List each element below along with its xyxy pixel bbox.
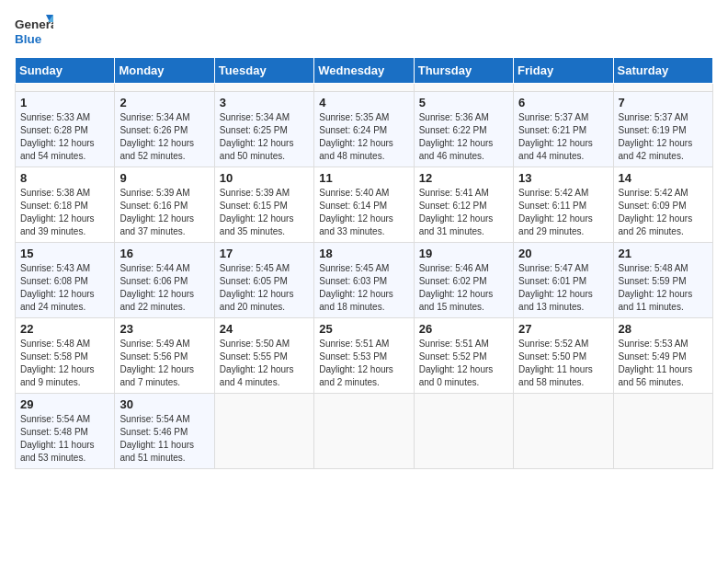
day-number: 22 [20,322,109,336]
day-header-wednesday: Wednesday [314,58,414,84]
cell-info: Sunrise: 5:45 AMSunset: 6:03 PMDaylight:… [319,263,393,312]
calendar-cell: 22 Sunrise: 5:48 AMSunset: 5:58 PMDaylig… [16,318,115,394]
calendar-cell: 17 Sunrise: 5:45 AMSunset: 6:05 PMDaylig… [214,243,313,318]
calendar-cell: 11 Sunrise: 5:40 AMSunset: 6:14 PMDaylig… [314,167,414,243]
day-number: 1 [20,96,109,109]
calendar-cell: 25 Sunrise: 5:51 AMSunset: 5:53 PMDaylig… [314,318,414,394]
cell-info: Sunrise: 5:34 AMSunset: 6:25 PMDaylight:… [220,112,294,161]
calendar-cell: 4 Sunrise: 5:35 AMSunset: 6:24 PMDayligh… [314,92,414,167]
day-number: 8 [20,171,109,185]
logo-svg: General Blue [15,15,53,50]
day-number: 15 [20,247,109,260]
calendar-table: SundayMondayTuesdayWednesdayThursdayFrid… [15,57,713,469]
calendar-cell [314,84,414,92]
day-header-friday: Friday [514,58,613,84]
cell-info: Sunrise: 5:46 AMSunset: 6:02 PMDaylight:… [419,263,494,312]
calendar-week-3: 8 Sunrise: 5:38 AMSunset: 6:18 PMDayligh… [16,167,713,243]
day-number: 14 [619,171,708,185]
calendar-cell: 27 Sunrise: 5:52 AMSunset: 5:50 PMDaylig… [514,318,613,394]
calendar-cell [214,394,313,469]
calendar-cell [514,394,613,469]
calendar-cell: 15 Sunrise: 5:43 AMSunset: 6:08 PMDaylig… [16,243,115,318]
calendar-cell [16,84,115,92]
day-header-sunday: Sunday [16,58,115,84]
calendar-cell [314,394,414,469]
cell-info: Sunrise: 5:47 AMSunset: 6:01 PMDaylight:… [518,263,593,312]
day-number: 30 [119,397,209,411]
logo: General Blue [15,15,53,50]
cell-info: Sunrise: 5:37 AMSunset: 6:19 PMDaylight:… [619,112,693,161]
day-number: 25 [319,322,408,336]
day-header-saturday: Saturday [613,58,712,84]
calendar-cell: 5 Sunrise: 5:36 AMSunset: 6:22 PMDayligh… [414,92,513,167]
calendar-header-row: SundayMondayTuesdayWednesdayThursdayFrid… [16,58,713,84]
calendar-cell: 29 Sunrise: 5:54 AMSunset: 5:48 PMDaylig… [16,394,115,469]
day-number: 10 [220,171,309,185]
cell-info: Sunrise: 5:52 AMSunset: 5:50 PMDaylight:… [518,339,593,387]
cell-info: Sunrise: 5:37 AMSunset: 6:21 PMDaylight:… [518,112,593,161]
day-header-monday: Monday [115,58,214,84]
calendar-cell: 7 Sunrise: 5:37 AMSunset: 6:19 PMDayligh… [613,92,712,167]
calendar-cell: 8 Sunrise: 5:38 AMSunset: 6:18 PMDayligh… [16,167,115,243]
cell-info: Sunrise: 5:33 AMSunset: 6:28 PMDaylight:… [20,112,95,161]
calendar-cell: 9 Sunrise: 5:39 AMSunset: 6:16 PMDayligh… [115,167,214,243]
cell-info: Sunrise: 5:49 AMSunset: 5:56 PMDaylight:… [119,339,194,387]
calendar-cell [514,84,613,92]
calendar-cell: 21 Sunrise: 5:48 AMSunset: 5:59 PMDaylig… [613,243,712,318]
day-number: 6 [518,96,608,109]
calendar-cell: 18 Sunrise: 5:45 AMSunset: 6:03 PMDaylig… [314,243,414,318]
day-number: 17 [220,247,309,260]
day-number: 18 [319,247,408,260]
calendar-week-4: 15 Sunrise: 5:43 AMSunset: 6:08 PMDaylig… [16,243,713,318]
calendar-cell: 30 Sunrise: 5:54 AMSunset: 5:46 PMDaylig… [115,394,214,469]
day-number: 19 [419,247,508,260]
day-number: 28 [619,322,708,336]
cell-info: Sunrise: 5:53 AMSunset: 5:49 PMDaylight:… [619,339,693,387]
calendar-cell: 28 Sunrise: 5:53 AMSunset: 5:49 PMDaylig… [613,318,712,394]
day-number: 29 [20,397,109,411]
day-number: 3 [220,96,309,109]
calendar-week-2: 1 Sunrise: 5:33 AMSunset: 6:28 PMDayligh… [16,92,713,167]
calendar-cell: 1 Sunrise: 5:33 AMSunset: 6:28 PMDayligh… [16,92,115,167]
day-number: 12 [419,171,508,185]
day-number: 21 [619,247,708,260]
day-number: 7 [619,96,708,109]
calendar-week-1 [16,84,713,92]
calendar-cell: 10 Sunrise: 5:39 AMSunset: 6:15 PMDaylig… [214,167,313,243]
calendar-cell: 3 Sunrise: 5:34 AMSunset: 6:25 PMDayligh… [214,92,313,167]
cell-info: Sunrise: 5:44 AMSunset: 6:06 PMDaylight:… [119,263,194,312]
calendar-cell: 12 Sunrise: 5:41 AMSunset: 6:12 PMDaylig… [414,167,513,243]
calendar-cell [214,84,313,92]
day-number: 27 [518,322,608,336]
calendar-cell: 24 Sunrise: 5:50 AMSunset: 5:55 PMDaylig… [214,318,313,394]
svg-text:Blue: Blue [15,32,42,46]
cell-info: Sunrise: 5:45 AMSunset: 6:05 PMDaylight:… [220,263,294,312]
calendar-cell: 26 Sunrise: 5:51 AMSunset: 5:52 PMDaylig… [414,318,513,394]
calendar-cell: 6 Sunrise: 5:37 AMSunset: 6:21 PMDayligh… [514,92,613,167]
calendar-cell: 20 Sunrise: 5:47 AMSunset: 6:01 PMDaylig… [514,243,613,318]
cell-info: Sunrise: 5:50 AMSunset: 5:55 PMDaylight:… [220,339,294,387]
cell-info: Sunrise: 5:48 AMSunset: 5:59 PMDaylight:… [619,263,693,312]
cell-info: Sunrise: 5:35 AMSunset: 6:24 PMDaylight:… [319,112,393,161]
day-header-thursday: Thursday [414,58,513,84]
calendar-cell: 14 Sunrise: 5:42 AMSunset: 6:09 PMDaylig… [613,167,712,243]
day-number: 11 [319,171,408,185]
calendar-cell [613,84,712,92]
cell-info: Sunrise: 5:41 AMSunset: 6:12 PMDaylight:… [419,188,494,236]
day-number: 24 [220,322,309,336]
cell-info: Sunrise: 5:51 AMSunset: 5:53 PMDaylight:… [319,339,393,387]
calendar-cell [613,394,712,469]
day-number: 4 [319,96,408,109]
calendar-cell [414,394,513,469]
calendar-cell: 13 Sunrise: 5:42 AMSunset: 6:11 PMDaylig… [514,167,613,243]
calendar-cell [414,84,513,92]
cell-info: Sunrise: 5:40 AMSunset: 6:14 PMDaylight:… [319,188,393,236]
cell-info: Sunrise: 5:42 AMSunset: 6:09 PMDaylight:… [619,188,693,236]
calendar-cell [115,84,214,92]
cell-info: Sunrise: 5:43 AMSunset: 6:08 PMDaylight:… [20,263,95,312]
cell-info: Sunrise: 5:42 AMSunset: 6:11 PMDaylight:… [518,188,593,236]
calendar-week-6: 29 Sunrise: 5:54 AMSunset: 5:48 PMDaylig… [16,394,713,469]
svg-text:General: General [15,17,53,31]
cell-info: Sunrise: 5:51 AMSunset: 5:52 PMDaylight:… [419,339,494,387]
cell-info: Sunrise: 5:34 AMSunset: 6:26 PMDaylight:… [119,112,194,161]
